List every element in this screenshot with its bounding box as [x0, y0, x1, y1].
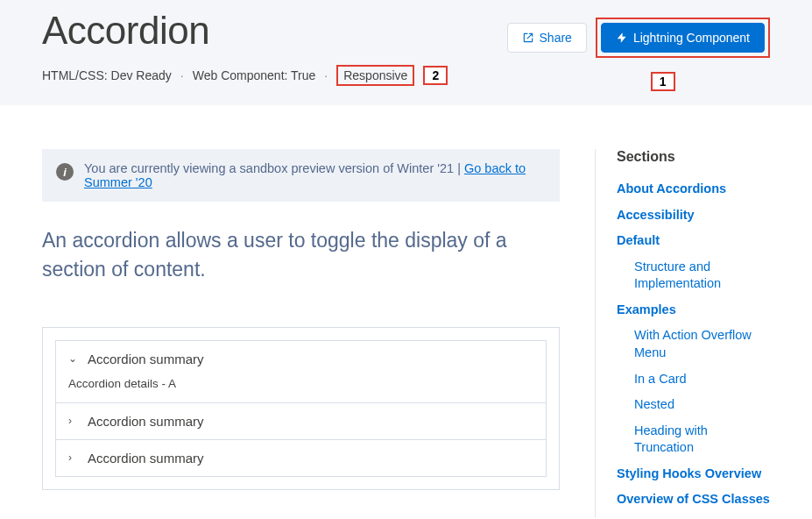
toc-item: Heading with Truncation — [617, 423, 770, 457]
toc-item: Structure and Implementation — [617, 259, 770, 293]
share-icon — [522, 32, 534, 44]
callout-1: 1 — [651, 72, 675, 91]
toc-link-overflow[interactable]: With Action Overflow Menu — [634, 328, 752, 359]
toc-link-truncation[interactable]: Heading with Truncation — [634, 423, 708, 455]
info-icon: i — [56, 163, 74, 181]
toc-item: In a Card — [617, 371, 770, 388]
chevron-right-icon: › — [68, 451, 79, 464]
toc-link-accessibility[interactable]: Accessibility — [617, 208, 695, 222]
accordion-summary: Accordion summary — [88, 414, 204, 429]
meta-responsive: Responsive — [343, 68, 407, 82]
sidebar: Sections About Accordions Accessibility … — [595, 149, 770, 517]
lightning-icon — [616, 32, 628, 44]
meta-line: HTML/CSS: Dev Ready · Web Component: Tru… — [42, 65, 507, 86]
toc-link-default[interactable]: Default — [617, 233, 660, 247]
meta-webcomponent: Web Component: True — [193, 68, 316, 82]
toc-item: Accessibility — [617, 207, 770, 224]
callout-2: 2 — [423, 66, 448, 85]
toc-item: Nested — [617, 396, 770, 414]
lightning-label: Lightning Component — [633, 31, 750, 45]
chevron-down-icon: ⌄ — [68, 352, 79, 365]
meta-responsive-highlight: Responsive — [336, 65, 414, 86]
accordion-item: ⌄ Accordion summary Accordion details - … — [55, 340, 547, 402]
header-left: Accordion HTML/CSS: Dev Ready · Web Comp… — [42, 9, 507, 86]
info-text: You are currently viewing a sandbox prev… — [84, 161, 546, 189]
toc-item: About Accordions — [617, 181, 770, 198]
page-header: Accordion HTML/CSS: Dev Ready · Web Comp… — [0, 0, 812, 105]
accordion-item: › Accordion summary — [55, 439, 547, 477]
toc-link-about[interactable]: About Accordions — [617, 181, 726, 196]
sidebar-title: Sections — [617, 149, 770, 165]
accordion-summary: Accordion summary — [88, 451, 204, 466]
page-title: Accordion — [42, 9, 507, 53]
accordion-example: ⌄ Accordion summary Accordion details - … — [42, 327, 560, 490]
accordion-details: Accordion details - A — [56, 377, 546, 402]
toc-item: Styling Hooks Overview — [617, 466, 770, 483]
header-actions: Share Lightning Component 1 — [507, 18, 770, 58]
accordion-header[interactable]: › Accordion summary — [56, 440, 546, 476]
toc-link-card[interactable]: In a Card — [634, 372, 687, 386]
info-prefix: You are currently viewing a sandbox prev… — [84, 161, 464, 175]
chevron-right-icon: › — [68, 415, 79, 427]
share-button[interactable]: Share — [507, 23, 587, 53]
toc-list: About Accordions Accessibility Default S… — [617, 181, 770, 508]
body: i You are currently viewing a sandbox pr… — [0, 105, 812, 519]
toc-link-examples[interactable]: Examples — [617, 302, 676, 316]
toc-link-css-classes[interactable]: Overview of CSS Classes — [617, 492, 770, 506]
toc-item: With Action Overflow Menu — [617, 327, 770, 361]
lightning-component-button[interactable]: Lightning Component — [601, 23, 765, 53]
accordion-item: › Accordion summary — [55, 402, 547, 439]
toc-link-nested[interactable]: Nested — [634, 397, 674, 411]
intro-text: An accordion allows a user to toggle the… — [42, 226, 560, 285]
toc-item: Examples — [617, 302, 770, 319]
share-label: Share — [540, 31, 572, 45]
main-column: i You are currently viewing a sandbox pr… — [42, 149, 560, 517]
toc-link-styling-hooks[interactable]: Styling Hooks Overview — [617, 466, 761, 480]
toc-item: Default — [617, 232, 770, 250]
accordion-header[interactable]: › Accordion summary — [56, 403, 546, 439]
meta-separator: · — [180, 68, 184, 82]
accordion-header[interactable]: ⌄ Accordion summary — [56, 341, 546, 377]
info-banner: i You are currently viewing a sandbox pr… — [42, 149, 560, 202]
lightning-highlight: Lightning Component — [596, 18, 770, 58]
toc-item: Overview of CSS Classes — [617, 491, 770, 508]
accordion-summary: Accordion summary — [88, 352, 204, 366]
toc-link-structure[interactable]: Structure and Implementation — [634, 260, 721, 291]
meta-htmlcss: HTML/CSS: Dev Ready — [42, 68, 172, 82]
meta-separator: · — [324, 68, 328, 82]
